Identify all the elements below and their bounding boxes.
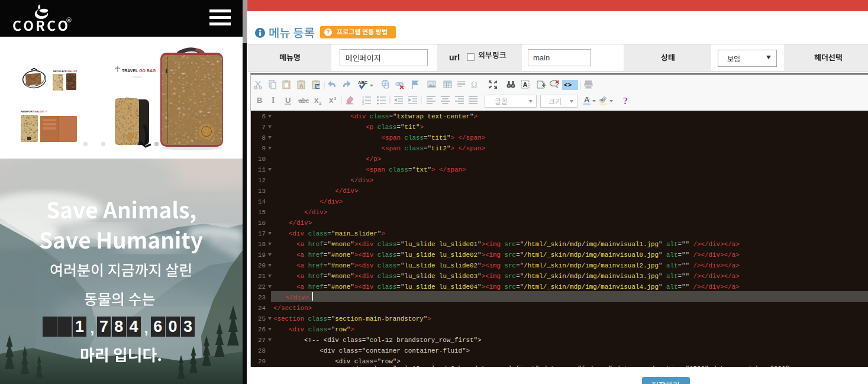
svg-text:W: W — [316, 85, 320, 89]
svg-text:ABC: ABC — [358, 80, 368, 85]
svg-text:ab: ab — [599, 97, 605, 102]
svg-text:CORCO: CORCO — [133, 76, 143, 79]
svg-text:X: X — [314, 97, 319, 104]
svg-text:I: I — [272, 96, 275, 105]
svg-text:B: B — [257, 96, 262, 105]
svg-text:2: 2 — [334, 96, 337, 101]
svg-text:Ω: Ω — [471, 80, 477, 89]
svg-text:R: R — [68, 18, 70, 22]
svg-text:X: X — [329, 97, 334, 104]
svg-text:?: ? — [623, 96, 628, 106]
svg-text:A: A — [299, 83, 304, 89]
svg-text:U: U — [285, 96, 291, 105]
svg-text:NECKLACE WALLET: NECKLACE WALLET — [53, 70, 78, 73]
svg-text:abc: abc — [299, 98, 309, 104]
svg-text:A: A — [523, 81, 528, 88]
svg-text:A: A — [584, 95, 590, 104]
svg-text:PASSPORT WALLET ?!: PASSPORT WALLET ?! — [21, 110, 47, 113]
svg-text:3: 3 — [362, 102, 364, 105]
svg-text:<>: <> — [564, 82, 572, 89]
svg-text:2: 2 — [319, 101, 322, 106]
svg-text:TRAVEL GO BAG: TRAVEL GO BAG — [122, 69, 156, 73]
